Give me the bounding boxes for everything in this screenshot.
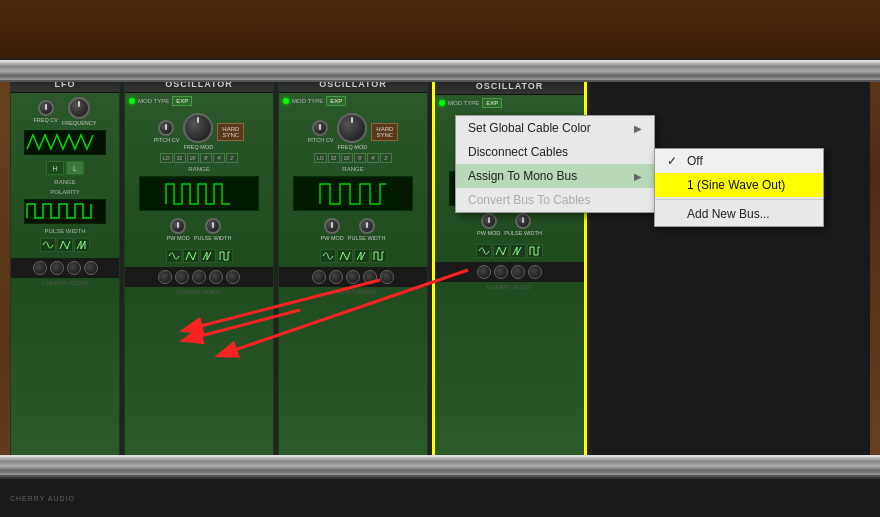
osc1-pitch-cv-knob[interactable]: [158, 120, 174, 136]
osc3-title: OSCILLATOR: [476, 81, 544, 91]
osc2-pulse-width-knob[interactable]: [359, 218, 375, 234]
osc1-jack-5[interactable]: [226, 270, 240, 284]
osc1-jack-3[interactable]: [192, 270, 206, 284]
osc2-pitch-cv-label: PITCH CV: [308, 137, 334, 143]
osc2-rng-4[interactable]: 4': [367, 153, 379, 163]
lfo-btn-h[interactable]: H: [46, 161, 64, 175]
osc1-mod-type-btn[interactable]: EXP: [172, 96, 192, 106]
osc2-jack-5[interactable]: [380, 270, 394, 284]
rng-8[interactable]: 8': [200, 153, 212, 163]
osc3-pw-mod-label: PW MOD: [477, 230, 500, 236]
menu-item-assign-mono-bus[interactable]: Assign To Mono Bus ▶: [456, 164, 654, 188]
osc2-wave-sine[interactable]: [320, 249, 336, 263]
submenu-item-add-new-bus[interactable]: Add New Bus...: [655, 202, 823, 226]
osc3-jack-4[interactable]: [528, 265, 542, 279]
osc3-mod-type-btn[interactable]: EXP: [482, 98, 502, 108]
rng-2[interactable]: 2': [226, 153, 238, 163]
osc2-rng-32[interactable]: 32: [328, 153, 340, 163]
osc2-jack-4[interactable]: [363, 270, 377, 284]
lfo-buttons-row: H L: [46, 161, 84, 175]
menu-item-set-global-cable-color[interactable]: Set Global Cable Color ▶: [456, 116, 654, 140]
osc2-range-title: RANGE: [342, 166, 363, 172]
rng-lo[interactable]: LO: [160, 153, 173, 163]
osc1-led: [129, 98, 135, 104]
osc3-jack-3[interactable]: [511, 265, 525, 279]
osc1-display: [139, 176, 260, 211]
jack-4[interactable]: [84, 261, 98, 275]
bottom-bar: CHERRY AUDIO: [0, 477, 880, 517]
wave-btn-sine[interactable]: [40, 238, 56, 252]
menu-item-convert-bus-cables-label: Convert Bus To Cables: [468, 193, 591, 207]
osc1-jack-4[interactable]: [209, 270, 223, 284]
submenu-item-off[interactable]: ✓ Off: [655, 149, 823, 173]
osc3-jack-2[interactable]: [494, 265, 508, 279]
osc1-jack-1[interactable]: [158, 270, 172, 284]
osc1-pulse-width-label: PULSE WIDTH: [194, 235, 232, 241]
bottom-brand-label: CHERRY AUDIO: [10, 495, 75, 502]
context-menu: Set Global Cable Color ▶ Disconnect Cabl…: [455, 115, 655, 213]
osc2-pw-mod-knob[interactable]: [324, 218, 340, 234]
osc1-jack-2[interactable]: [175, 270, 189, 284]
rng-16[interactable]: 16': [187, 153, 200, 163]
osc1-range-row: LO 32 16' 8' 4' 2': [160, 153, 238, 163]
jack-1[interactable]: [33, 261, 47, 275]
osc1-hard-sync-btn[interactable]: HARDSYNC: [217, 123, 244, 141]
menu-item-convert-bus-cables[interactable]: Convert Bus To Cables: [456, 188, 654, 212]
osc2-hard-sync-btn[interactable]: HARDSYNC: [371, 123, 398, 141]
osc1-wave-square[interactable]: [217, 249, 233, 263]
osc3-wave-square[interactable]: [527, 244, 543, 258]
menu-item-disconnect-cables[interactable]: Disconnect Cables: [456, 140, 654, 164]
rng-32[interactable]: 32: [174, 153, 186, 163]
osc2-mod-type-btn[interactable]: EXP: [326, 96, 346, 106]
osc1-wave-tri[interactable]: [183, 249, 199, 263]
submenu-item-off-label: Off: [687, 154, 703, 168]
osc3-pw-mod-knob[interactable]: [481, 213, 497, 229]
submenu-item-sine-wave-out[interactable]: 1 (Sine Wave Out): [655, 173, 823, 197]
osc2-rng-16[interactable]: 16': [341, 153, 354, 163]
osc2-jack-1[interactable]: [312, 270, 326, 284]
osc3-jack-1[interactable]: [477, 265, 491, 279]
rng-4[interactable]: 4': [213, 153, 225, 163]
osc2-wave-square[interactable]: [371, 249, 387, 263]
osc1-wave-sine[interactable]: [166, 249, 182, 263]
jack-2[interactable]: [50, 261, 64, 275]
wave-selector: [40, 238, 90, 252]
osc2-pitch-cv-knob[interactable]: [312, 120, 328, 136]
osc2-rng-8[interactable]: 8': [354, 153, 366, 163]
osc3-brand: CHERRY AUDIO: [435, 282, 584, 292]
osc1-wave-saw[interactable]: [200, 249, 216, 263]
osc2-wave-saw[interactable]: [354, 249, 370, 263]
osc1-pw-mod-knob[interactable]: [170, 218, 186, 234]
lfo-brand: CHERRY AUDIO: [11, 278, 119, 288]
frequency-knob[interactable]: [68, 97, 90, 119]
range-label: RANGE: [54, 179, 75, 185]
osc1-freq-mod-knob[interactable]: [183, 113, 213, 143]
menu-arrow-cable-color: ▶: [634, 123, 642, 134]
jack-3[interactable]: [67, 261, 81, 275]
lfo-btn-l[interactable]: L: [66, 161, 84, 175]
wave-btn-tri[interactable]: [57, 238, 73, 252]
freq-cv-knob[interactable]: [38, 100, 54, 116]
osc1-mod-type-label: MOD TYPE: [138, 98, 169, 104]
osc3-wave-tri[interactable]: [493, 244, 509, 258]
osc2-pw-mod-label: PW MOD: [321, 235, 344, 241]
submenu-item-sine-wave-out-label: 1 (Sine Wave Out): [687, 178, 785, 192]
osc2-rng-2[interactable]: 2': [380, 153, 392, 163]
osc2-freq-mod-knob[interactable]: [337, 113, 367, 143]
osc1-top-row: MOD TYPE EXP: [125, 93, 273, 109]
osc3-pulse-width-knob[interactable]: [515, 213, 531, 229]
osc2-jack-2[interactable]: [329, 270, 343, 284]
osc2-jack-3[interactable]: [346, 270, 360, 284]
menu-item-assign-mono-bus-label: Assign To Mono Bus: [468, 169, 577, 183]
osc1-pulse-width-knob[interactable]: [205, 218, 221, 234]
osc3-wave-saw[interactable]: [510, 244, 526, 258]
rail-bottom: [0, 455, 880, 477]
osc1-wave-selector: [125, 247, 273, 265]
submenu-item-add-new-bus-label: Add New Bus...: [687, 207, 770, 221]
lfo-waveform-display: [24, 130, 106, 155]
osc3-led: [439, 100, 445, 106]
wave-btn-saw[interactable]: [74, 238, 90, 252]
osc2-wave-tri[interactable]: [337, 249, 353, 263]
osc2-rng-lo[interactable]: LO: [314, 153, 327, 163]
osc3-wave-sine[interactable]: [476, 244, 492, 258]
